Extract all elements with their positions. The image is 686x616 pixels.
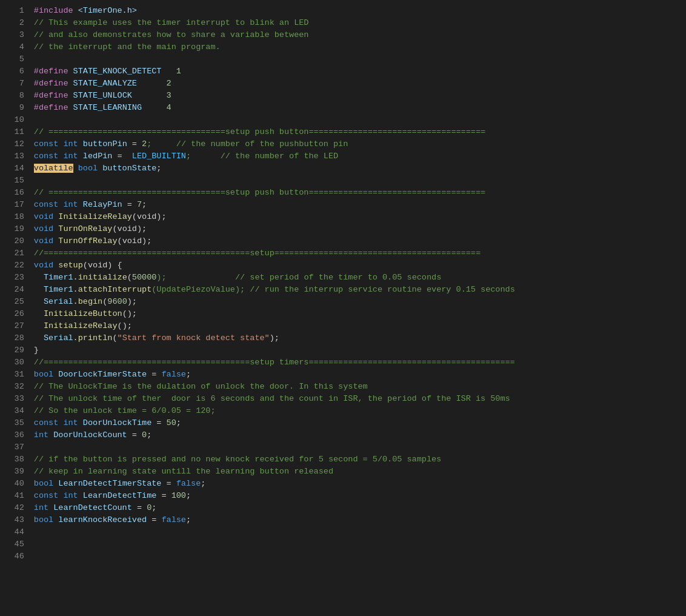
- line-number: 37: [0, 441, 34, 454]
- line-number: 21: [0, 247, 34, 259]
- line-number: 34: [0, 405, 34, 417]
- code-line: [34, 551, 686, 563]
- line-number: 8: [0, 90, 34, 102]
- table-row: 3// and also demonstrates how to share a…: [0, 29, 686, 41]
- table-row: 40bool LearnDetectTimerState = false;: [0, 478, 686, 490]
- code-line: // The unlock time of ther door is 6 sec…: [34, 393, 686, 405]
- code-line: Serial.println("Start from knock detect …: [34, 332, 686, 344]
- code-area: 1#include <TimerOne.h>2// This example u…: [0, 5, 686, 563]
- code-line: [34, 114, 686, 126]
- table-row: 21//====================================…: [0, 247, 686, 259]
- line-number: 22: [0, 259, 34, 272]
- line-number: 31: [0, 369, 34, 381]
- code-line: #define STATE_KNOCK_DETECT 1: [34, 65, 686, 78]
- line-number: 6: [0, 65, 34, 78]
- table-row: 1#include <TimerOne.h>: [0, 5, 686, 17]
- code-line: const int DoorUnlockTime = 50;: [34, 417, 686, 429]
- code-line: // ====================================s…: [34, 126, 686, 138]
- code-line: [34, 538, 686, 551]
- code-line: [34, 53, 686, 65]
- line-number: 13: [0, 150, 34, 162]
- table-row: 25 Serial.begin(9600);: [0, 296, 686, 308]
- line-number: 41: [0, 490, 34, 502]
- code-line: Serial.begin(9600);: [34, 296, 686, 308]
- code-line: //======================================…: [34, 357, 686, 369]
- table-row: 33// The unlock time of ther door is 6 s…: [0, 393, 686, 405]
- code-line: // keep in learning state untill the lea…: [34, 466, 686, 478]
- line-number: 19: [0, 223, 34, 235]
- table-row: 42int LearnDetectCount = 0;: [0, 502, 686, 514]
- code-line: // ====================================s…: [34, 187, 686, 199]
- code-line: const int ledPin = LED_BUILTIN; // the n…: [34, 150, 686, 162]
- table-row: 26 InitializeButton();: [0, 308, 686, 320]
- code-line: }: [34, 344, 686, 357]
- table-row: 7#define STATE_ANALYZE 2: [0, 78, 686, 90]
- line-number: 5: [0, 53, 34, 65]
- code-line: // and also demonstrates how to share a …: [34, 29, 686, 41]
- table-row: 14volatile bool buttonState;: [0, 162, 686, 175]
- code-line: const int RelayPin = 7;: [34, 199, 686, 211]
- table-row: 38// if the button is pressed and no new…: [0, 454, 686, 466]
- table-row: 29}: [0, 344, 686, 357]
- table-row: 19void TurnOnRelay(void);: [0, 223, 686, 235]
- table-row: 8#define STATE_UNLOCK 3: [0, 90, 686, 102]
- line-number: 40: [0, 478, 34, 490]
- line-number: 25: [0, 296, 34, 308]
- table-row: 4// the interrupt and the main program.: [0, 41, 686, 53]
- code-line: [34, 441, 686, 454]
- line-number: 16: [0, 187, 34, 199]
- table-row: 32// The UnlockTime is the dulation of u…: [0, 381, 686, 393]
- table-row: 41const int LearnDetectTime = 100;: [0, 490, 686, 502]
- code-line: int DoorUnlockCount = 0;: [34, 429, 686, 441]
- line-number: 39: [0, 466, 34, 478]
- line-number: 9: [0, 102, 34, 114]
- table-row: 30//====================================…: [0, 357, 686, 369]
- code-line: // So the unlock time = 6/0.05 = 120;: [34, 405, 686, 417]
- table-row: 12const int buttonPin = 2; // the number…: [0, 138, 686, 150]
- table-row: 23 Timer1.initialize(50000); // set peri…: [0, 272, 686, 284]
- line-number: 12: [0, 138, 34, 150]
- table-row: 43bool learnKnockReceived = false;: [0, 514, 686, 526]
- code-line: [34, 175, 686, 187]
- code-editor: 1#include <TimerOne.h>2// This example u…: [0, 0, 686, 616]
- line-number: 7: [0, 78, 34, 90]
- line-number: 17: [0, 199, 34, 211]
- line-number: 44: [0, 526, 34, 538]
- code-line: const int buttonPin = 2; // the number o…: [34, 138, 686, 150]
- table-row: 11// ===================================…: [0, 126, 686, 138]
- code-line: int LearnDetectCount = 0;: [34, 502, 686, 514]
- line-number: 1: [0, 5, 34, 17]
- code-line: volatile bool buttonState;: [34, 162, 686, 175]
- line-number: 15: [0, 175, 34, 187]
- code-line: //======================================…: [34, 247, 686, 259]
- code-line: bool LearnDetectTimerState = false;: [34, 478, 686, 490]
- table-row: 39// keep in learning state untill the l…: [0, 466, 686, 478]
- code-line: [34, 526, 686, 538]
- line-number: 26: [0, 308, 34, 320]
- table-row: 5: [0, 53, 686, 65]
- code-line: // This example uses the timer interrupt…: [34, 17, 686, 29]
- line-number: 28: [0, 332, 34, 344]
- table-row: 36int DoorUnlockCount = 0;: [0, 429, 686, 441]
- code-line: #define STATE_LEARNING 4: [34, 102, 686, 114]
- table-row: 31bool DoorLockTimerState = false;: [0, 369, 686, 381]
- code-line: bool DoorLockTimerState = false;: [34, 369, 686, 381]
- line-number: 43: [0, 514, 34, 526]
- line-number: 4: [0, 41, 34, 53]
- line-number: 10: [0, 114, 34, 126]
- line-number: 30: [0, 357, 34, 369]
- line-number: 38: [0, 454, 34, 466]
- table-row: 6#define STATE_KNOCK_DETECT 1: [0, 65, 686, 78]
- code-line: #define STATE_ANALYZE 2: [34, 78, 686, 90]
- code-line: Timer1.initialize(50000); // set period …: [34, 272, 686, 284]
- code-line: // if the button is pressed and no new k…: [34, 454, 686, 466]
- line-number: 33: [0, 393, 34, 405]
- code-line: void TurnOffRelay(void);: [34, 235, 686, 247]
- line-number: 27: [0, 320, 34, 332]
- table-row: 20void TurnOffRelay(void);: [0, 235, 686, 247]
- line-number: 35: [0, 417, 34, 429]
- table-row: 34// So the unlock time = 6/0.05 = 120;: [0, 405, 686, 417]
- code-line: const int LearnDetectTime = 100;: [34, 490, 686, 502]
- code-line: InitializeRelay();: [34, 320, 686, 332]
- line-number: 45: [0, 538, 34, 551]
